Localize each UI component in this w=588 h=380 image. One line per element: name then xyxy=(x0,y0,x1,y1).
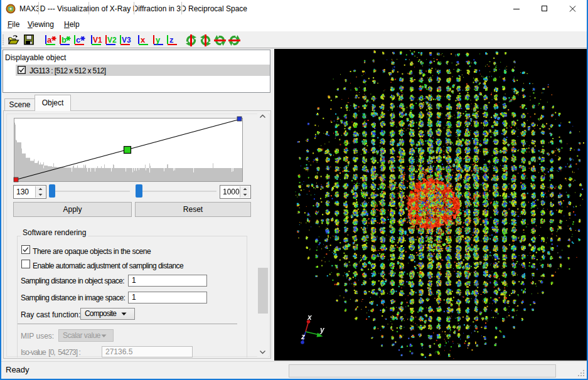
svg-text:V2: V2 xyxy=(107,36,117,45)
svg-text:c: c xyxy=(76,35,80,45)
svg-text:V1: V1 xyxy=(93,36,102,45)
svg-text:z: z xyxy=(169,35,174,45)
svg-text:x: x xyxy=(141,35,146,45)
svg-text:a: a xyxy=(47,35,52,45)
svg-text:y: y xyxy=(156,35,161,45)
svg-text:V3: V3 xyxy=(122,36,131,45)
svg-text:b: b xyxy=(61,35,67,45)
